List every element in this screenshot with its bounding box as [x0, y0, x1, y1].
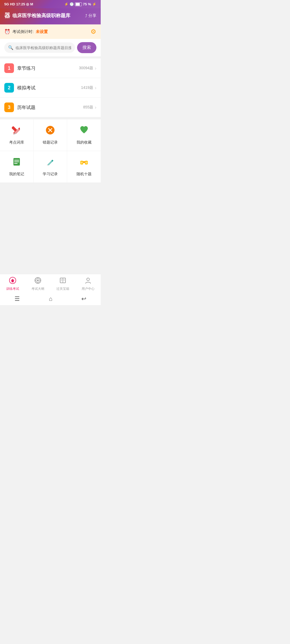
category-name-3: 历年试题: [17, 104, 83, 111]
grid-label-random: 随机十题: [77, 172, 92, 177]
book-icon: [59, 277, 66, 286]
countdown-bar: ⏰ 考试倒计时: 未设置 ⚙: [0, 24, 101, 39]
grid-item-random[interactable]: 随机十题: [67, 151, 101, 182]
countdown-value: 未设置: [36, 29, 48, 34]
nav-item-user[interactable]: 用户中心: [75, 277, 101, 291]
clock-icon: ⏰: [4, 29, 10, 35]
grid-section: 考点词库 错题记录 我的收藏: [0, 119, 101, 183]
clock-status-icon: 🕐: [70, 2, 74, 6]
status-left: 5G HD 17:25 ◎ M: [4, 2, 33, 6]
grid-label-keyword: 考点词库: [9, 140, 24, 145]
grid-item-keyword[interactable]: 考点词库: [0, 119, 34, 151]
nav-item-practice[interactable]: 训练考试: [0, 277, 25, 291]
grid-item-mistakes[interactable]: 错题记录: [34, 119, 67, 151]
time: 17:25: [16, 2, 25, 6]
countdown-left: ⏰ 考试倒计时: 未设置: [4, 29, 48, 35]
status-right: ⚡ 🕐 75% ⚡: [64, 2, 96, 6]
svg-point-18: [37, 280, 39, 281]
grid-item-favorites[interactable]: 我的收藏: [67, 119, 101, 151]
category-num-3: 3: [4, 103, 14, 112]
battery-icon: [75, 2, 82, 6]
countdown-label: 考试倒计时:: [12, 29, 34, 34]
heart-icon: [79, 125, 89, 137]
android-menu-icon[interactable]: ☰: [15, 295, 20, 302]
chevron-icon-1: ›: [95, 65, 96, 71]
category-name-1: 章节练习: [17, 65, 79, 71]
grid-label-study-record: 学习记录: [43, 172, 58, 177]
pen-icon: [45, 157, 55, 169]
android-back-icon[interactable]: ↩: [81, 295, 86, 302]
category-num-2: 2: [4, 83, 14, 93]
header-title-group: 器 临床医学检验高级职称题库: [4, 12, 70, 20]
home-icon: [9, 277, 16, 286]
grid-row-2: 我的笔记 学习记录 随机十题: [0, 151, 101, 183]
nav-label-practice: 训练考试: [6, 287, 19, 291]
search-bar: 🔍 搜索: [4, 42, 96, 53]
signal-icon: 5G: [4, 2, 9, 6]
pencil-icon: [12, 125, 21, 137]
category-count-2: 1419题: [81, 85, 93, 90]
grid-label-favorites: 我的收藏: [77, 140, 92, 145]
search-input[interactable]: [16, 46, 71, 50]
app-title: 临床医学检验高级职称题库: [12, 12, 70, 19]
category-name-2: 模拟考试: [17, 85, 81, 91]
android-home-icon[interactable]: ⌂: [49, 295, 52, 302]
chevron-icon-2: ›: [95, 85, 96, 91]
app-header: 器 临床医学检验高级职称题库 ⤴ 分享: [0, 8, 101, 24]
search-input-wrap: 🔍: [4, 42, 75, 53]
share-button[interactable]: ⤴ 分享: [85, 13, 96, 18]
grid-item-study-record[interactable]: 学习记录: [34, 151, 67, 182]
search-section: 🔍 搜索: [0, 39, 101, 56]
x-circle-icon: [45, 125, 55, 137]
user-icon: [85, 277, 92, 286]
app-icon: 器: [4, 12, 10, 20]
svg-point-29: [87, 278, 89, 281]
category-count-3: 855题: [83, 105, 93, 110]
svg-point-14: [85, 162, 87, 164]
grid-label-notes: 我的笔记: [9, 172, 24, 177]
search-icon: 🔍: [8, 45, 13, 50]
grid-row-1: 考点词库 错题记录 我的收藏: [0, 119, 101, 151]
flash-icon: ⚡: [92, 2, 96, 6]
grid-label-mistakes: 错题记录: [43, 140, 58, 145]
settings-icon[interactable]: ⚙: [90, 28, 96, 35]
hd-icon: HD: [10, 2, 15, 6]
search-button[interactable]: 搜索: [77, 42, 96, 53]
empty-content-area: [0, 183, 101, 274]
category-list: 1 章节练习 30094题 › 2 模拟考试 1419题 › 3 历年试题 85…: [0, 58, 101, 117]
nav-label-outline: 考试大纲: [31, 287, 44, 291]
status-bar: 5G HD 17:25 ◎ M ⚡ 🕐 75% ⚡: [0, 0, 101, 8]
nav-label-user: 用户中心: [82, 287, 95, 291]
svg-rect-12: [83, 161, 85, 163]
nav-item-treasure[interactable]: 过关宝箱: [50, 277, 76, 291]
category-item-chapter[interactable]: 1 章节练习 30094题 ›: [0, 58, 101, 78]
bottom-nav: 训练考试 考试大纲 过关宝: [0, 274, 101, 292]
grid-item-notes[interactable]: 我的笔记: [0, 151, 34, 182]
nav-label-treasure: 过关宝箱: [56, 287, 69, 291]
category-item-history[interactable]: 3 历年试题 855题 ›: [0, 98, 101, 117]
category-item-mock[interactable]: 2 模拟考试 1419题 ›: [0, 78, 101, 98]
chevron-icon-3: ›: [95, 105, 96, 110]
category-count-1: 30094题: [79, 66, 93, 71]
target-icon: [34, 277, 41, 286]
share-icon: ⤴: [85, 13, 87, 18]
svg-point-13: [81, 162, 83, 164]
notes-icon: [12, 157, 21, 169]
binoculars-icon: [79, 157, 89, 169]
nav-item-outline[interactable]: 考试大纲: [25, 277, 50, 291]
category-num-1: 1: [4, 63, 14, 73]
bluetooth-icon: ⚡: [64, 2, 68, 6]
battery-percent: 75: [83, 2, 87, 6]
compass-icon: ◎: [26, 2, 29, 6]
m-icon: M: [30, 2, 33, 6]
android-nav: ☰ ⌂ ↩: [0, 292, 101, 305]
